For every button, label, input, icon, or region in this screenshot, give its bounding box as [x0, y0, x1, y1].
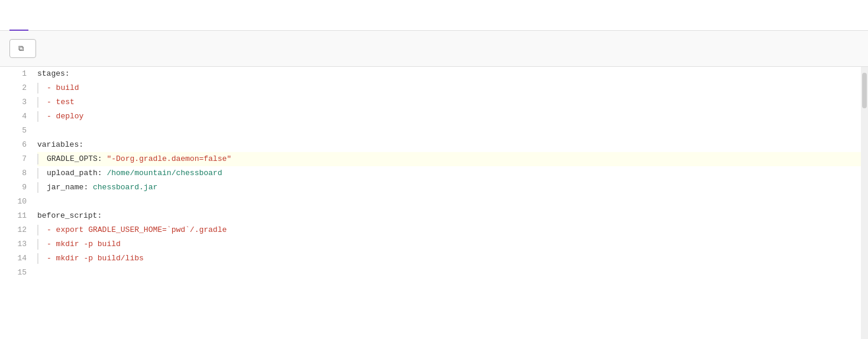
code-val: "-Dorg.gradle.daemon=false": [107, 152, 231, 166]
toolbar: ⧉: [0, 31, 868, 67]
line-number-12: 12: [0, 223, 27, 237]
code-content[interactable]: stages:- build- test- deploy variables:G…: [33, 67, 861, 339]
tab-bar: [0, 0, 868, 31]
code-line-14: - mkdir -p build/libs: [37, 251, 861, 266]
code-line-10: [37, 195, 861, 209]
code-line-4: - deploy: [37, 109, 861, 124]
code-line-7: GRADLE_OPTS: "-Dorg.gradle.daemon=false": [37, 152, 861, 166]
code-line-2: - build: [37, 81, 861, 95]
code-val: /home/mountain/chessboard: [107, 166, 222, 180]
indent-bar: [37, 83, 38, 93]
scrollbar-track[interactable]: [861, 67, 868, 339]
code-keyword: stages:: [37, 67, 70, 81]
line-number-7: 7: [0, 152, 27, 166]
indent-bar: [37, 154, 38, 164]
code-line-5: [37, 124, 861, 138]
code-keyword: variables:: [37, 138, 83, 152]
tab-edit[interactable]: [9, 13, 28, 31]
code-line-13: - mkdir -p build: [37, 237, 861, 251]
code-line-9: jar_name: chessboard.jar: [37, 180, 861, 195]
code-val: chessboard.jar: [93, 180, 157, 195]
line-number-8: 8: [0, 166, 27, 180]
line-numbers: 123456789101112131415: [0, 67, 33, 339]
code-key: jar_name:: [47, 180, 93, 195]
code-line-11: before_script:: [37, 209, 861, 223]
code-value: - build: [47, 81, 79, 95]
code-value: - export GRADLE_USER_HOME=`pwd`/.gradle: [47, 223, 227, 237]
indent-bar: [37, 225, 38, 235]
code-value: - mkdir -p build/libs: [47, 251, 144, 266]
indent-bar: [37, 253, 38, 264]
code-line-1: stages:: [37, 67, 861, 81]
code-key: GRADLE_OPTS:: [47, 152, 107, 166]
tab-view-merged-yaml[interactable]: [66, 13, 85, 31]
line-number-9: 9: [0, 180, 27, 195]
code-value: - mkdir -p build: [47, 237, 121, 251]
tab-lint[interactable]: [47, 13, 66, 31]
line-number-13: 13: [0, 237, 27, 251]
scrollbar-thumb[interactable]: [862, 73, 867, 108]
code-key: upload_path:: [47, 166, 107, 180]
indent-bar: [37, 111, 38, 122]
code-line-15: [37, 266, 861, 280]
line-number-4: 4: [0, 109, 27, 124]
indent-bar: [37, 182, 38, 193]
code-line-8: upload_path: /home/mountain/chessboard: [37, 166, 861, 180]
code-value: - test: [47, 95, 75, 109]
line-number-14: 14: [0, 251, 27, 266]
external-link-icon: ⧉: [18, 44, 24, 53]
indent-bar: [37, 97, 38, 108]
line-number-3: 3: [0, 95, 27, 109]
line-number-2: 2: [0, 81, 27, 95]
code-line-6: variables:: [37, 138, 861, 152]
line-number-5: 5: [0, 124, 27, 138]
browse-templates-button[interactable]: ⧉: [9, 39, 36, 58]
code-line-3: - test: [37, 95, 861, 109]
indent-bar: [37, 168, 38, 179]
line-number-11: 11: [0, 209, 27, 223]
line-number-1: 1: [0, 67, 27, 81]
line-number-10: 10: [0, 195, 27, 209]
code-editor[interactable]: 123456789101112131415 stages:- build- te…: [0, 67, 868, 339]
code-value: - deploy: [47, 109, 83, 124]
line-number-15: 15: [0, 266, 27, 280]
code-line-12: - export GRADLE_USER_HOME=`pwd`/.gradle: [37, 223, 861, 237]
code-keyword: before_script:: [37, 209, 102, 223]
indent-bar: [37, 239, 38, 250]
line-number-6: 6: [0, 138, 27, 152]
tab-visualize[interactable]: [28, 13, 47, 31]
